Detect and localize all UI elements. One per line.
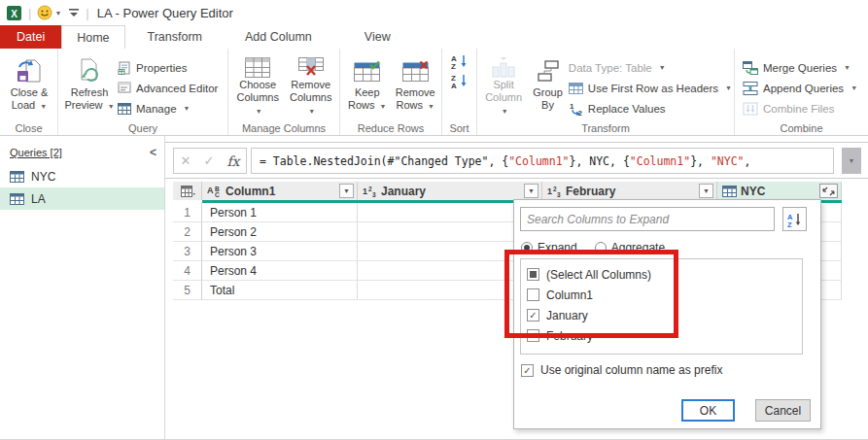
radio-expand[interactable]: Expand [521, 241, 577, 254]
tab-view[interactable]: View [350, 25, 405, 49]
ok-button[interactable]: OK [681, 399, 735, 422]
divider: | [28, 6, 31, 20]
ribbon-group-manage-columns: Choose Columns ▼ Remove Columns ▼ Manage… [228, 49, 340, 135]
query-item-nyc[interactable]: NYC [0, 165, 164, 187]
group-label-reduce-rows: Reduce Rows [340, 122, 441, 134]
filter-dropdown-button[interactable]: ▼ [339, 184, 354, 198]
refresh-preview-button[interactable]: Refresh Preview ▼ [61, 53, 118, 118]
column-header-nyc[interactable]: NYC [717, 182, 842, 200]
query-table-icon [10, 171, 24, 183]
table-menu-button[interactable] [173, 182, 202, 200]
ribbon-group-close: Close & Load ▼ Close [0, 49, 58, 135]
sort-columns-button[interactable]: AZ [782, 207, 807, 231]
checked-checkbox-icon: ✓ [527, 309, 539, 322]
merge-queries-button[interactable]: Merge Queries ▼ [743, 58, 857, 77]
replace-values-icon: 12 [569, 101, 583, 116]
close-and-load-button[interactable]: Close & Load ▼ [3, 53, 55, 118]
cell-column1[interactable]: Person 3 [202, 242, 358, 261]
formula-segment: "NYC" [711, 154, 745, 168]
radio-unselected-icon [595, 242, 607, 254]
expand-formula-bar-button[interactable]: ▼ [842, 148, 861, 174]
text-type-icon: ABC [207, 185, 222, 197]
advanced-editor-button[interactable]: Advanced Editor [118, 79, 218, 97]
keep-rows-button[interactable]: Keep Rows ▼ [343, 53, 392, 118]
formula-action-buttons: ✕ ✓ fx [173, 148, 247, 174]
cancel-formula-icon[interactable]: ✕ [181, 153, 191, 168]
formula-segment: "Column1" [508, 154, 569, 168]
formula-segment: }, [690, 154, 711, 168]
sort-ascending-button[interactable]: AZ [450, 53, 469, 69]
query-item-la[interactable]: LA [0, 187, 164, 210]
search-columns-input[interactable] [520, 207, 775, 231]
column-header-february[interactable]: 123 February ▼ [542, 182, 717, 200]
expand-column-button[interactable] [819, 184, 838, 198]
formula-input[interactable]: = Table.NestedJoin(#"Changed Type", {"Co… [251, 148, 834, 174]
merge-queries-icon [743, 61, 758, 75]
quick-access-toolbar-options-button[interactable] [68, 9, 80, 17]
svg-text:X: X [11, 8, 17, 18]
replace-values-button[interactable]: 12 Replace Values [569, 99, 732, 118]
group-by-icon [537, 55, 560, 86]
sort-descending-button[interactable]: ZA [450, 73, 469, 88]
cell-column1[interactable]: Person 1 [202, 203, 358, 222]
choose-columns-button[interactable]: Choose Columns ▼ [231, 53, 285, 118]
query-table-icon [10, 193, 24, 205]
tab-home[interactable]: Home [61, 25, 124, 49]
smiley-feedback-button[interactable]: ▼ [37, 5, 61, 20]
tab-add-column[interactable]: Add Column [230, 25, 327, 49]
group-label-transform: Transform [477, 122, 734, 134]
checkbox-february[interactable]: ✓ February [527, 325, 802, 346]
query-small-buttons: Properties Advanced Editor Manage ▼ [118, 53, 218, 118]
ribbon-tab-row: Datei Home Transform Add Column View [0, 25, 868, 49]
filter-dropdown-button[interactable]: ▼ [699, 184, 713, 198]
formula-segment: }, NYC, { [570, 154, 630, 168]
use-prefix-checkbox[interactable]: ✓ Use original column name as prefix [521, 363, 722, 377]
append-queries-button[interactable]: Append Queries ▼ [743, 79, 857, 97]
chevron-down-icon: ▼ [256, 108, 262, 115]
formula-segment: "Column1" [630, 154, 690, 168]
properties-button[interactable]: Properties [118, 58, 218, 77]
expand-mode-radios: Expand Aggregate [521, 241, 665, 254]
row-number[interactable]: 3 [173, 242, 202, 261]
row-number[interactable]: 1 [173, 203, 202, 222]
formula-segment: , [745, 154, 751, 168]
chevron-down-icon: ▼ [851, 85, 857, 91]
chevron-down-icon: ▼ [108, 103, 115, 110]
chevron-down-icon: ▼ [380, 103, 387, 110]
remove-columns-button[interactable]: Remove Columns ▼ [285, 53, 338, 118]
group-label-manage-columns: Manage Columns [228, 122, 339, 134]
remove-rows-button[interactable]: Remove Rows ▼ [392, 53, 440, 118]
column-header-column1[interactable]: ABC Column1 ▼ [202, 182, 358, 200]
filter-dropdown-button[interactable]: ▼ [524, 184, 538, 198]
checkbox-select-all[interactable]: (Select All Columns) [527, 264, 802, 285]
checkbox-column1[interactable]: Column1 [527, 285, 802, 305]
cell-column1[interactable]: Person 2 [202, 222, 358, 242]
combine-files-button[interactable]: Combine Files [743, 99, 857, 118]
manage-button[interactable]: Manage ▼ [118, 99, 218, 118]
row-number[interactable]: 2 [173, 222, 202, 242]
cell-column1[interactable]: Person 4 [202, 261, 358, 281]
collapse-panel-button[interactable]: < [150, 146, 156, 159]
row-number[interactable]: 4 [173, 261, 202, 281]
use-first-row-as-headers-button[interactable]: Use First Row as Headers ▼ [569, 79, 732, 97]
grid-header-row: ABC Column1 ▼ 123 January ▼ 123 February… [173, 182, 842, 200]
tab-transform[interactable]: Transform [133, 25, 218, 49]
radio-aggregate[interactable]: Aggregate [595, 241, 665, 254]
combine-small-buttons: Merge Queries ▼ Append Queries ▼ Combine… [738, 53, 857, 118]
keep-rows-icon [354, 55, 380, 86]
split-column-icon [492, 55, 515, 79]
split-column-button[interactable]: Split Column ▼ [480, 53, 527, 118]
confirm-formula-icon[interactable]: ✓ [203, 153, 214, 168]
cancel-button[interactable]: Cancel [755, 399, 811, 422]
chevron-down-icon: ▼ [184, 105, 191, 112]
data-type-button[interactable]: Data Type: Table ▼ [569, 58, 732, 77]
checked-checkbox-icon: ✓ [521, 364, 534, 377]
tab-file[interactable]: Datei [0, 25, 61, 49]
checkbox-january[interactable]: ✓ January [527, 305, 802, 325]
group-label-query: Query [58, 122, 227, 134]
cell-column1[interactable]: Total [202, 281, 358, 300]
group-by-button[interactable]: Group By [527, 53, 569, 118]
row-number[interactable]: 5 [173, 281, 202, 300]
first-row-headers-icon [569, 83, 583, 94]
column-header-january[interactable]: 123 January ▼ [358, 182, 542, 200]
